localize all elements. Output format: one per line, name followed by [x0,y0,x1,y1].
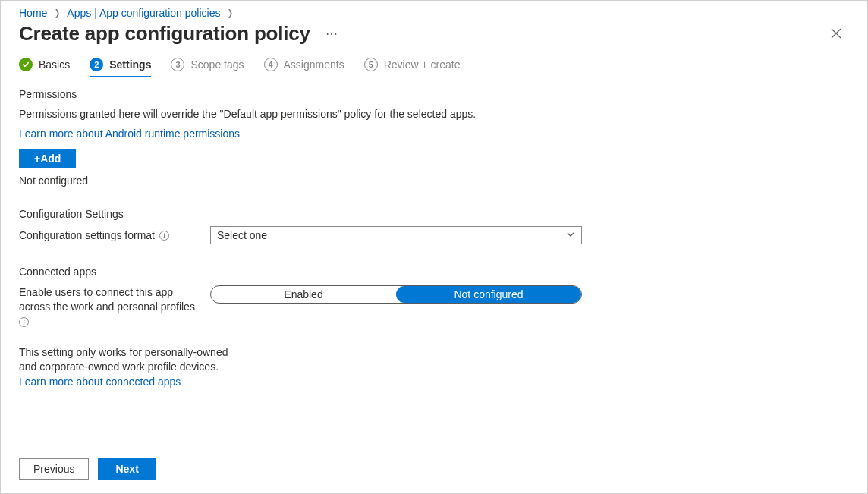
chevron-right-icon: ❯ [55,8,60,18]
step-number-badge: 4 [264,58,278,71]
toggle-option-enabled[interactable]: Enabled [211,286,396,303]
close-button[interactable] [823,23,849,46]
connected-apps-heading: Connected apps [19,266,849,278]
select-placeholder: Select one [217,229,267,241]
step-number-badge: 5 [364,58,378,71]
page-title: Create app configuration policy [19,22,310,46]
step-assignments[interactable]: 4 Assignments [264,58,344,77]
permissions-heading: Permissions [19,88,849,100]
learn-more-connected-apps-link[interactable]: Learn more about connected apps [19,376,181,388]
connected-apps-note: This setting only works for personally-o… [19,345,231,390]
config-settings-heading: Configuration Settings [19,208,849,220]
connected-apps-toggle[interactable]: Enabled Not configured [210,285,582,304]
step-label: Review + create [384,58,461,71]
step-number-badge: 2 [90,58,103,71]
info-icon[interactable]: i [159,231,169,241]
step-basics[interactable]: Basics [19,58,70,77]
toggle-option-not-configured[interactable]: Not configured [396,286,581,303]
step-settings[interactable]: 2 Settings [90,58,151,77]
breadcrumb: Home ❯ Apps | App configuration policies… [1,7,867,19]
chevron-down-icon [566,229,575,241]
permissions-description: Permissions granted here will override t… [19,108,849,120]
config-format-label: Configuration settings format [19,229,155,241]
next-button[interactable]: Next [98,458,156,480]
step-review-create[interactable]: 5 Review + create [364,58,461,77]
step-label: Basics [39,58,70,71]
step-scope-tags[interactable]: 3 Scope tags [171,58,244,77]
step-label: Assignments [284,58,344,71]
connected-apps-toggle-label: Enable users to connect this app across … [19,286,195,313]
add-permission-button[interactable]: +Add [19,149,76,168]
chevron-right-icon: ❯ [228,8,233,18]
step-label: Scope tags [190,58,244,71]
previous-button[interactable]: Previous [19,458,89,480]
note-text: This setting only works for personally-o… [19,346,228,373]
step-label: Settings [109,58,151,71]
wizard-footer: Previous Next [1,448,867,493]
breadcrumb-apps[interactable]: Apps | App configuration policies [67,7,220,19]
info-icon[interactable]: i [19,317,29,327]
wizard-steps: Basics 2 Settings 3 Scope tags 4 Assignm… [1,58,867,77]
step-number-badge: 3 [171,58,184,71]
checkmark-icon [19,58,33,71]
more-actions-button[interactable]: ⋯ [322,24,341,44]
permissions-status: Not configured [19,175,849,187]
close-icon [831,28,841,39]
learn-more-permissions-link[interactable]: Learn more about Android runtime permiss… [19,127,240,140]
breadcrumb-home[interactable]: Home [19,7,47,19]
config-format-select[interactable]: Select one [210,226,582,244]
